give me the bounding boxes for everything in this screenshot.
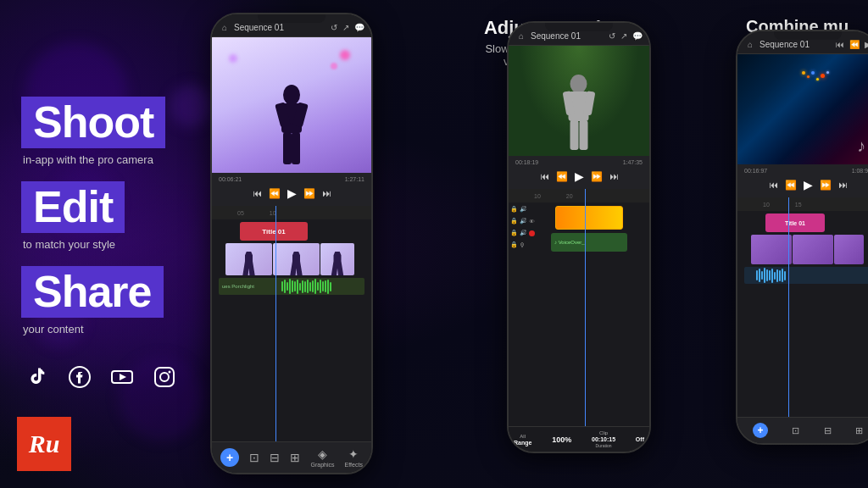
facebook-icon[interactable] [65,363,94,391]
voiceover-clip[interactable]: ♪ VoiceOver_ [551,233,627,252]
svg-rect-10 [283,132,292,164]
phone-main: ⌂ Sequence 01 ↺ ↗ 💬 [210,13,373,474]
lock-row-1: 🔒 🔊 [510,206,535,213]
sequence-title: Sequence 01 [234,23,327,32]
purple-clip-1[interactable] [751,235,792,264]
speaker-icon-2: 🔊 [520,218,527,225]
add-btn-right[interactable]: + [753,423,768,438]
youtube-icon[interactable] [108,363,136,391]
trim-btn-right[interactable]: ⊡ [792,425,799,436]
step-back-btn[interactable]: ⏪ [269,188,281,199]
video-clip-2[interactable] [273,243,320,275]
purple-clip-3[interactable] [834,235,864,264]
comment-icon-mid[interactable]: 💬 [632,31,643,41]
video-clip-1[interactable] [225,243,272,275]
transform-btn-right[interactable]: ⊞ [855,425,863,436]
timeline-ruler-mid: 10 20 [509,189,649,202]
skip-fwd-btn[interactable]: ⏭ [322,188,331,198]
eye-icon: 👁 [529,219,535,225]
trim-btn[interactable]: ⊡ [249,451,259,464]
speed-percent: 100% [552,435,571,444]
step-fwd-btn-right[interactable]: ⏩ [820,180,832,191]
tiktok-icon[interactable] [23,363,52,391]
video-clip-3[interactable] [320,243,354,275]
timeline-mid[interactable]: 10 20 🔒 🔊 🔒 🔊 👁 🔒 🔊 [509,189,649,426]
clip-dur-label: Clip [599,430,608,435]
adobe-ru-logo: Ru [17,417,71,471]
speed-percent-control[interactable]: 100% [552,435,571,444]
playback-controls-main: 00:06:21 1:27:11 ⏮ ⏪ ▶ ⏩ ⏭ [212,173,371,206]
ruler-mark-10: 10 [534,193,541,199]
skip-back-right[interactable]: ⏮ [836,40,844,49]
lock-icon-4: 🔒 [510,241,518,248]
pink-element-1 [340,50,350,60]
range-control[interactable]: All Range [514,434,531,446]
audio-track[interactable]: ues Porchlight [219,278,364,295]
transform-btn[interactable]: ⊞ [290,451,300,464]
playhead-right [788,197,789,417]
feature-shoot: Shoot in-app with the pro camera [21,97,225,166]
current-time-mid: 00:18:19 [515,159,538,165]
graphics-label: Graphics [310,462,334,468]
play-btn-mid[interactable]: ▶ [575,169,584,183]
phone-mid: ⌂ Sequence 01 ↺ ↗ 💬 [507,21,651,453]
current-time-right: 00:16:97 [744,168,767,174]
skip-back-btn[interactable]: ⏮ [253,188,262,198]
voiceover-label: ♪ VoiceOver_ [554,240,585,245]
skip-back-btn-right[interactable]: ⏮ [769,180,778,190]
step-fwd-btn-mid[interactable]: ⏩ [591,171,603,182]
svg-rect-16 [570,120,579,150]
title-clip-right[interactable]: Title 01 [765,214,825,232]
step-back-btn-mid[interactable]: ⏪ [556,171,568,182]
clip-dur-sub: Duration [596,443,612,448]
title-track-right: Title 01 [744,214,868,232]
title-clip[interactable]: Title 01 [240,222,308,241]
clip-duration-control[interactable]: Clip 00:10:15 Duration [592,430,615,448]
phone-right: ⌂ Sequence 01 ⏮ ⏪ ▶ ♪ [736,30,868,445]
purple-clip-2[interactable] [793,235,833,264]
skip-fwd-btn-mid[interactable]: ⏭ [609,171,619,181]
total-duration-right: 1:08:97 [852,168,868,174]
adobe-ru-text: Ru [29,430,60,458]
pink-element-2 [331,63,337,69]
instagram-icon[interactable] [150,363,179,391]
off-label: Off [636,436,644,442]
step-back-right[interactable]: ⏪ [849,40,860,49]
undo-icon[interactable]: ↺ [331,23,337,32]
play-btn[interactable]: ▶ [287,186,297,200]
step-back-btn-right[interactable]: ⏪ [785,180,797,191]
video-track-right [744,235,868,264]
play-btn-right[interactable]: ▶ [804,178,813,191]
sequence-title-mid: Sequence 01 [531,31,605,41]
effects-btn[interactable]: ✦ Effects [345,447,363,468]
phone-main-header: ⌂ Sequence 01 ↺ ↗ 💬 [212,14,371,37]
undo-icon-mid[interactable]: ↺ [609,31,615,41]
step-fwd-btn[interactable]: ⏩ [303,188,315,199]
person-svg [556,71,603,156]
split-btn-right[interactable]: ⊟ [824,425,832,436]
speed-clip[interactable] [555,206,623,230]
off-control[interactable]: Off [636,436,644,442]
skip-back-btn-mid[interactable]: ⏮ [540,171,549,181]
speaker-icon-3: 🔊 [520,230,527,236]
audio-track-right[interactable] [744,267,868,284]
share-icon-mid[interactable]: ↗ [620,31,627,41]
graphics-btn[interactable]: ◈ Graphics [310,447,334,468]
lock-row-2: 🔒 🔊 👁 [510,218,535,225]
lock-icon-1: 🔒 [510,206,518,213]
split-btn[interactable]: ⊟ [270,451,280,464]
timeline-right[interactable]: 10 15 Title 01 [737,197,868,417]
add-btn[interactable]: + [220,448,239,467]
silhouette-svg [266,80,317,173]
timeline-main[interactable]: 05 10 Title 01 [212,206,371,441]
share-icon[interactable]: ↗ [342,23,349,32]
clip-duration-value: 00:10:15 [592,436,615,442]
comment-icon[interactable]: 💬 [354,23,364,32]
svg-rect-17 [580,120,588,150]
feature-share: Share your content [21,266,225,336]
play-right[interactable]: ▶ [865,40,868,49]
audio-label: ues Porchlight [222,284,254,289]
svg-point-5 [169,371,171,374]
phone-mid-header: ⌂ Sequence 01 ↺ ↗ 💬 [509,23,649,46]
skip-fwd-btn-right[interactable]: ⏭ [838,180,848,190]
